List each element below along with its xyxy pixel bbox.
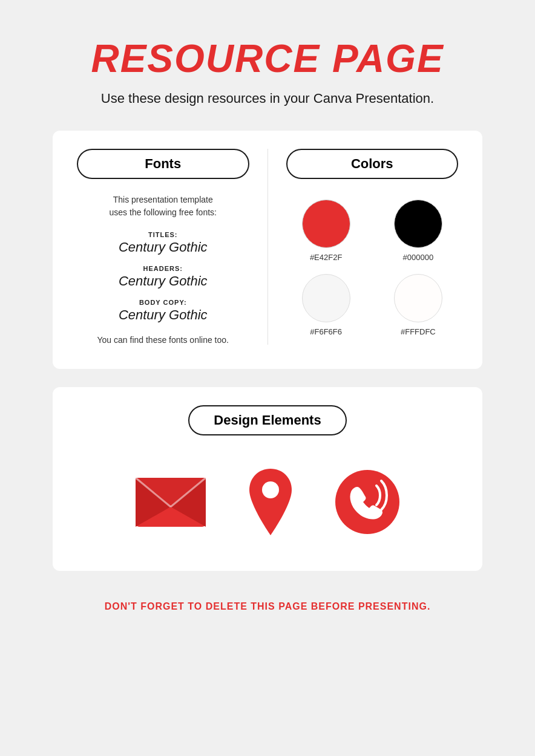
color-swatch-lightgray xyxy=(302,274,350,322)
page-title: RESOURCE PAGE xyxy=(91,36,444,81)
page-container: RESOURCE PAGE Use these design resources… xyxy=(0,0,535,756)
svg-point-6 xyxy=(262,481,279,498)
location-icon xyxy=(243,466,298,538)
two-col-layout: Fonts This presentation template uses th… xyxy=(77,149,458,345)
email-icon xyxy=(134,477,207,528)
color-item-black: #000000 xyxy=(394,200,442,262)
fonts-colors-card: Fonts This presentation template uses th… xyxy=(53,131,482,369)
color-hex-offwhite: #FFFDFC xyxy=(401,327,436,336)
font-entry-headers: HEADERS: Century Gothic xyxy=(77,265,249,289)
colors-column: Colors #E42F2F #000000 #F xyxy=(268,149,459,345)
icons-row xyxy=(77,466,458,541)
font-entry-titles: TITLES: Century Gothic xyxy=(77,231,249,255)
color-swatch-offwhite xyxy=(394,274,442,322)
color-hex-red: #E42F2F xyxy=(310,253,342,262)
color-item-offwhite: #FFFDFC xyxy=(394,274,442,336)
color-item-lightgray: #F6F6F6 xyxy=(302,274,350,336)
fonts-description: This presentation template uses the foll… xyxy=(77,194,249,219)
color-hex-black: #000000 xyxy=(403,253,434,262)
svg-point-7 xyxy=(335,470,399,534)
design-elements-card: Design Elements xyxy=(53,387,482,571)
color-swatch-black xyxy=(394,200,442,248)
colors-grid: #E42F2F #000000 #F6F6F6 xyxy=(286,200,459,336)
colors-header: Colors xyxy=(286,149,459,179)
location-icon-container xyxy=(243,466,298,541)
color-swatch-red xyxy=(302,200,350,248)
email-icon-container xyxy=(134,477,207,530)
color-item-red: #E42F2F xyxy=(302,200,350,262)
phone-icon-container xyxy=(334,469,401,538)
font-entry-body: BODY COPY: Century Gothic xyxy=(77,299,249,323)
design-elements-header: Design Elements xyxy=(188,405,346,435)
fonts-footer: You can find these fonts online too. xyxy=(77,335,249,345)
page-subtitle: Use these design resources in your Canva… xyxy=(101,91,434,106)
phone-icon xyxy=(334,469,401,535)
footer-note: DON'T FORGET TO DELETE THIS PAGE BEFORE … xyxy=(105,601,431,612)
color-hex-lightgray: #F6F6F6 xyxy=(310,327,342,336)
fonts-header: Fonts xyxy=(77,149,249,179)
fonts-column: Fonts This presentation template uses th… xyxy=(77,149,268,345)
